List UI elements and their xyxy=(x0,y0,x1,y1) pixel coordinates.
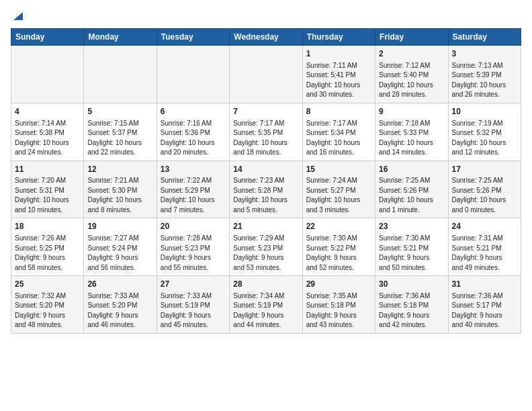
calendar-cell: 14Sunrise: 7:23 AM Sunset: 5:28 PM Dayli… xyxy=(230,161,302,218)
day-info: Sunrise: 7:13 AM Sunset: 5:39 PM Dayligh… xyxy=(452,61,517,100)
calendar-cell: 13Sunrise: 7:22 AM Sunset: 5:29 PM Dayli… xyxy=(157,161,229,218)
calendar-cell: 17Sunrise: 7:25 AM Sunset: 5:26 PM Dayli… xyxy=(448,161,521,218)
day-info: Sunrise: 7:36 AM Sunset: 5:17 PM Dayligh… xyxy=(452,291,517,330)
day-info: Sunrise: 7:16 AM Sunset: 5:36 PM Dayligh… xyxy=(161,119,226,158)
day-number: 18 xyxy=(15,221,80,232)
calendar-cell: 23Sunrise: 7:30 AM Sunset: 5:21 PM Dayli… xyxy=(375,218,448,276)
day-info: Sunrise: 7:34 AM Sunset: 5:19 PM Dayligh… xyxy=(233,291,298,330)
day-number: 30 xyxy=(379,279,444,290)
calendar-cell: 24Sunrise: 7:31 AM Sunset: 5:21 PM Dayli… xyxy=(448,218,521,276)
calendar-cell xyxy=(230,46,302,103)
day-info: Sunrise: 7:23 AM Sunset: 5:28 PM Dayligh… xyxy=(233,176,298,215)
day-info: Sunrise: 7:15 AM Sunset: 5:37 PM Dayligh… xyxy=(87,119,152,158)
day-info: Sunrise: 7:24 AM Sunset: 5:27 PM Dayligh… xyxy=(306,176,371,215)
day-number: 10 xyxy=(452,106,517,118)
day-info: Sunrise: 7:29 AM Sunset: 5:23 PM Dayligh… xyxy=(233,234,298,273)
col-header-thursday: Thursday xyxy=(302,29,375,46)
day-info: Sunrise: 7:12 AM Sunset: 5:40 PM Dayligh… xyxy=(379,61,444,100)
calendar-cell: 19Sunrise: 7:27 AM Sunset: 5:24 PM Dayli… xyxy=(84,218,157,276)
header-row: SundayMondayTuesdayWednesdayThursdayFrid… xyxy=(11,29,521,46)
calendar-cell: 6Sunrise: 7:16 AM Sunset: 5:36 PM Daylig… xyxy=(157,103,229,161)
calendar-cell: 9Sunrise: 7:18 AM Sunset: 5:33 PM Daylig… xyxy=(375,103,448,161)
calendar-cell: 8Sunrise: 7:17 AM Sunset: 5:34 PM Daylig… xyxy=(302,103,375,161)
day-number: 28 xyxy=(233,279,298,290)
day-number: 1 xyxy=(306,48,371,60)
day-info: Sunrise: 7:14 AM Sunset: 5:38 PM Dayligh… xyxy=(15,119,80,158)
day-number: 24 xyxy=(452,221,517,232)
calendar-cell: 5Sunrise: 7:15 AM Sunset: 5:37 PM Daylig… xyxy=(84,103,157,161)
day-info: Sunrise: 7:18 AM Sunset: 5:33 PM Dayligh… xyxy=(379,119,444,158)
calendar-cell: 28Sunrise: 7:34 AM Sunset: 5:19 PM Dayli… xyxy=(230,276,302,334)
calendar-table: SundayMondayTuesdayWednesdayThursdayFrid… xyxy=(11,28,521,334)
day-number: 27 xyxy=(161,279,226,290)
day-info: Sunrise: 7:17 AM Sunset: 5:34 PM Dayligh… xyxy=(306,119,371,158)
calendar-cell: 2Sunrise: 7:12 AM Sunset: 5:40 PM Daylig… xyxy=(375,46,448,103)
day-info: Sunrise: 7:30 AM Sunset: 5:22 PM Dayligh… xyxy=(306,234,371,273)
calendar-cell: 4Sunrise: 7:14 AM Sunset: 5:38 PM Daylig… xyxy=(11,103,84,161)
col-header-tuesday: Tuesday xyxy=(157,29,229,46)
calendar-cell xyxy=(157,46,229,103)
day-info: Sunrise: 7:36 AM Sunset: 5:18 PM Dayligh… xyxy=(379,291,444,330)
logo xyxy=(11,11,24,21)
day-number: 9 xyxy=(379,106,444,118)
calendar-cell: 20Sunrise: 7:28 AM Sunset: 5:23 PM Dayli… xyxy=(157,218,229,276)
calendar-week-row: 1Sunrise: 7:11 AM Sunset: 5:41 PM Daylig… xyxy=(11,46,521,103)
day-info: Sunrise: 7:25 AM Sunset: 5:26 PM Dayligh… xyxy=(379,176,444,215)
day-number: 12 xyxy=(87,164,152,175)
calendar-week-row: 11Sunrise: 7:20 AM Sunset: 5:31 PM Dayli… xyxy=(11,161,521,218)
calendar-cell: 21Sunrise: 7:29 AM Sunset: 5:23 PM Dayli… xyxy=(230,218,302,276)
day-info: Sunrise: 7:22 AM Sunset: 5:29 PM Dayligh… xyxy=(161,176,226,215)
day-info: Sunrise: 7:31 AM Sunset: 5:21 PM Dayligh… xyxy=(452,234,517,273)
calendar-week-row: 25Sunrise: 7:32 AM Sunset: 5:20 PM Dayli… xyxy=(11,276,521,334)
day-number: 5 xyxy=(87,106,152,118)
day-info: Sunrise: 7:21 AM Sunset: 5:30 PM Dayligh… xyxy=(87,176,152,215)
day-number: 13 xyxy=(161,164,226,175)
calendar-cell: 22Sunrise: 7:30 AM Sunset: 5:22 PM Dayli… xyxy=(302,218,375,276)
calendar-cell: 18Sunrise: 7:26 AM Sunset: 5:25 PM Dayli… xyxy=(11,218,84,276)
calendar-cell: 27Sunrise: 7:33 AM Sunset: 5:19 PM Dayli… xyxy=(157,276,229,334)
day-number: 16 xyxy=(379,164,444,175)
day-number: 2 xyxy=(379,48,444,60)
calendar-cell: 26Sunrise: 7:33 AM Sunset: 5:20 PM Dayli… xyxy=(84,276,157,334)
calendar-cell: 30Sunrise: 7:36 AM Sunset: 5:18 PM Dayli… xyxy=(375,276,448,334)
day-number: 25 xyxy=(15,279,80,290)
day-info: Sunrise: 7:25 AM Sunset: 5:26 PM Dayligh… xyxy=(452,176,517,215)
day-info: Sunrise: 7:33 AM Sunset: 5:19 PM Dayligh… xyxy=(161,291,226,330)
calendar-cell: 16Sunrise: 7:25 AM Sunset: 5:26 PM Dayli… xyxy=(375,161,448,218)
calendar-week-row: 4Sunrise: 7:14 AM Sunset: 5:38 PM Daylig… xyxy=(11,103,521,161)
day-number: 11 xyxy=(15,164,80,175)
calendar-cell xyxy=(11,46,84,103)
calendar-cell: 25Sunrise: 7:32 AM Sunset: 5:20 PM Dayli… xyxy=(11,276,84,334)
day-info: Sunrise: 7:28 AM Sunset: 5:23 PM Dayligh… xyxy=(161,234,226,273)
calendar-cell: 12Sunrise: 7:21 AM Sunset: 5:30 PM Dayli… xyxy=(84,161,157,218)
day-info: Sunrise: 7:11 AM Sunset: 5:41 PM Dayligh… xyxy=(306,61,371,100)
day-number: 15 xyxy=(306,164,371,175)
day-number: 17 xyxy=(452,164,517,175)
svg-marker-0 xyxy=(13,12,23,20)
calendar-cell: 10Sunrise: 7:19 AM Sunset: 5:32 PM Dayli… xyxy=(448,103,521,161)
calendar-cell xyxy=(84,46,157,103)
day-info: Sunrise: 7:20 AM Sunset: 5:31 PM Dayligh… xyxy=(15,176,80,215)
day-number: 23 xyxy=(379,221,444,232)
calendar-cell: 11Sunrise: 7:20 AM Sunset: 5:31 PM Dayli… xyxy=(11,161,84,218)
day-info: Sunrise: 7:19 AM Sunset: 5:32 PM Dayligh… xyxy=(452,119,517,158)
day-number: 22 xyxy=(306,221,371,232)
day-info: Sunrise: 7:33 AM Sunset: 5:20 PM Dayligh… xyxy=(87,291,152,330)
day-number: 8 xyxy=(306,106,371,118)
day-number: 21 xyxy=(233,221,298,232)
calendar-cell: 31Sunrise: 7:36 AM Sunset: 5:17 PM Dayli… xyxy=(448,276,521,334)
col-header-monday: Monday xyxy=(84,29,157,46)
day-number: 14 xyxy=(233,164,298,175)
day-number: 31 xyxy=(452,279,517,290)
day-info: Sunrise: 7:27 AM Sunset: 5:24 PM Dayligh… xyxy=(87,234,152,273)
col-header-sunday: Sunday xyxy=(11,29,84,46)
calendar-header: SundayMondayTuesdayWednesdayThursdayFrid… xyxy=(11,29,521,46)
day-info: Sunrise: 7:30 AM Sunset: 5:21 PM Dayligh… xyxy=(379,234,444,273)
day-number: 26 xyxy=(87,279,152,290)
day-number: 19 xyxy=(87,221,152,232)
col-header-wednesday: Wednesday xyxy=(230,29,302,46)
col-header-friday: Friday xyxy=(375,29,448,46)
col-header-saturday: Saturday xyxy=(448,29,521,46)
calendar-cell: 7Sunrise: 7:17 AM Sunset: 5:35 PM Daylig… xyxy=(230,103,302,161)
day-info: Sunrise: 7:32 AM Sunset: 5:20 PM Dayligh… xyxy=(15,291,80,330)
